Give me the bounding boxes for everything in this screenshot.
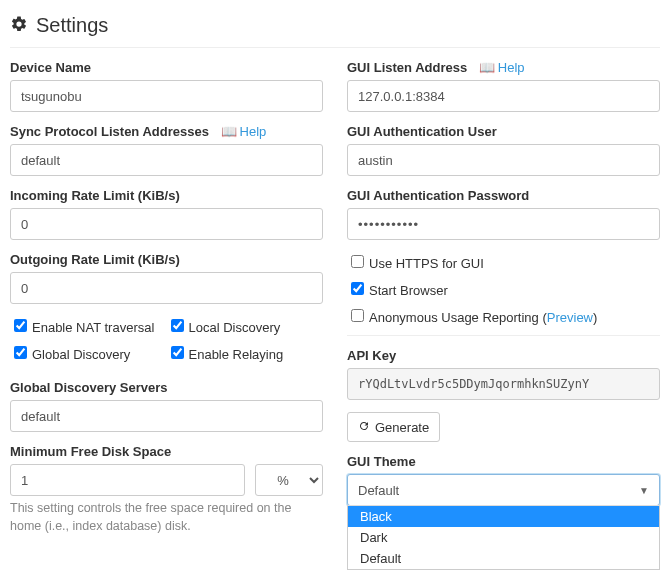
sync-addresses-label: Sync Protocol Listen Addresses 📖Help [10,124,323,139]
nat-checkbox[interactable] [14,319,27,332]
min-free-input[interactable] [10,464,245,496]
usage-reporting-label: Anonymous Usage Reporting ( [369,310,547,325]
device-name-label: Device Name [10,60,323,75]
device-name-input[interactable] [10,80,323,112]
preview-link[interactable]: Preview [547,310,593,325]
page-title: Settings [36,14,108,37]
help-link-sync[interactable]: 📖Help [221,124,267,139]
auth-user-label: GUI Authentication User [347,124,660,139]
min-free-unit-select[interactable]: % [255,464,323,496]
help-link-text: Help [240,124,267,139]
global-discovery-label: Global Discovery [32,347,130,362]
listen-addr-label: GUI Listen Address 📖Help [347,60,660,75]
outgoing-rate-input[interactable] [10,272,323,304]
sync-addresses-input[interactable] [10,144,323,176]
listen-addr-label-text: GUI Listen Address [347,60,467,75]
api-key-value[interactable] [347,368,660,400]
relaying-checkbox[interactable] [171,346,184,359]
theme-dropdown: Black Dark Default [347,505,660,570]
local-discovery-label: Local Discovery [189,320,281,335]
min-free-help: This setting controls the free space req… [10,500,323,535]
discovery-servers-input[interactable] [10,400,323,432]
help-link-listen[interactable]: 📖Help [479,60,525,75]
listen-addr-input[interactable] [347,80,660,112]
theme-option-black[interactable]: Black [348,506,659,527]
start-browser-checkbox[interactable] [351,282,364,295]
help-link-text: Help [498,60,525,75]
chevron-down-icon: ▼ [639,485,649,496]
generate-label: Generate [375,420,429,435]
min-free-label: Minimum Free Disk Space [10,444,323,459]
sync-addresses-label-text: Sync Protocol Listen Addresses [10,124,209,139]
start-browser-label: Start Browser [369,283,448,298]
incoming-rate-input[interactable] [10,208,323,240]
https-label: Use HTTPS for GUI [369,256,484,271]
divider [347,335,660,336]
discovery-servers-label: Global Discovery Servers [10,380,323,395]
right-column: GUI Listen Address 📖Help GUI Authenticat… [347,60,660,547]
divider [10,47,660,48]
outgoing-rate-label: Outgoing Rate Limit (KiB/s) [10,252,323,267]
global-discovery-checkbox[interactable] [14,346,27,359]
gear-icon [10,15,28,36]
left-column: Device Name Sync Protocol Listen Address… [10,60,323,547]
book-icon: 📖 [221,124,237,139]
https-checkbox[interactable] [351,255,364,268]
book-icon: 📖 [479,60,495,75]
auth-user-input[interactable] [347,144,660,176]
theme-option-default[interactable]: Default [348,548,659,569]
theme-option-dark[interactable]: Dark [348,527,659,548]
nat-label: Enable NAT traversal [32,320,154,335]
incoming-rate-label: Incoming Rate Limit (KiB/s) [10,188,323,203]
theme-label: GUI Theme [347,454,660,469]
theme-selected: Default [358,483,399,498]
theme-select[interactable]: Default ▼ [347,474,660,506]
auth-pass-input[interactable] [347,208,660,240]
relaying-label: Enable Relaying [189,347,284,362]
usage-reporting-checkbox[interactable] [351,309,364,322]
api-key-label: API Key [347,348,660,363]
header: Settings [10,10,660,47]
close-paren: ) [593,310,597,325]
generate-button[interactable]: Generate [347,412,440,442]
refresh-icon [358,420,370,435]
local-discovery-checkbox[interactable] [171,319,184,332]
auth-pass-label: GUI Authentication Password [347,188,660,203]
